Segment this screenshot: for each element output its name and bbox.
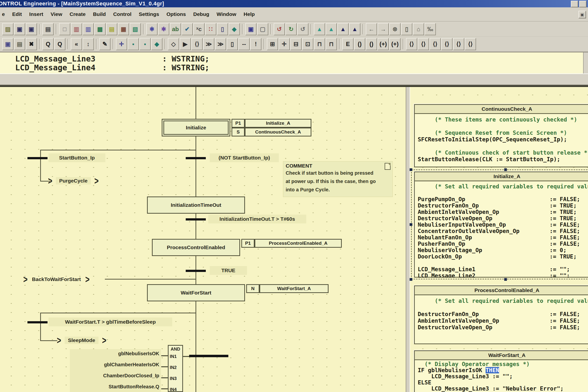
window-maximize-button[interactable] bbox=[579, 1, 586, 7]
cross-reference-icon[interactable]: ˣc bbox=[193, 23, 204, 35]
transition-condition[interactable]: StartButton_Ip bbox=[48, 153, 105, 162]
grid-icon[interactable]: ∷ bbox=[205, 23, 216, 35]
insert-step-icon[interactable]: ✛ bbox=[116, 38, 127, 50]
transition-sleep[interactable] bbox=[28, 321, 48, 324]
sfc-step-timeout[interactable]: InitializationTimeOut bbox=[147, 196, 245, 214]
horizontal-splitter[interactable] bbox=[0, 74, 588, 87]
menu-item-e[interactable]: e bbox=[2, 11, 5, 17]
menu-item-debug[interactable]: Debug bbox=[193, 11, 209, 17]
selection-handle[interactable] bbox=[410, 168, 412, 171]
and-input-signal[interactable]: gblNebuliserIsOK bbox=[71, 351, 159, 356]
sfc-initial-step[interactable]: Initialize bbox=[162, 119, 230, 136]
insert-transition-icon[interactable]: ▪ bbox=[128, 38, 139, 50]
transition-timeout[interactable] bbox=[186, 218, 206, 220]
pou-blue-icon[interactable]: ▥ bbox=[82, 23, 94, 35]
declaration-row[interactable]: LCD_Message_Line4: WSTRING; bbox=[15, 63, 588, 72]
back-icon[interactable]: ← bbox=[366, 23, 377, 35]
paste-icon[interactable]: ▤ bbox=[14, 38, 25, 50]
comment-box[interactable]: COMMENT Check if start button is being p… bbox=[283, 161, 393, 197]
action-block-ContinuousCheck_A[interactable]: ContinuousCheck_A (* These items are con… bbox=[414, 104, 588, 167]
branch-left-icon[interactable]: ⟨⟩ bbox=[406, 38, 417, 50]
pou-teal-icon[interactable]: ▧ bbox=[130, 23, 141, 35]
insert-action-icon[interactable]: ▪ bbox=[140, 38, 151, 50]
jump-purgecycle[interactable]: > PurgeCycle > bbox=[48, 176, 99, 186]
save-icon[interactable]: ▣ bbox=[14, 23, 25, 35]
new-document-icon[interactable]: □ bbox=[59, 23, 70, 35]
selection-handle[interactable] bbox=[504, 278, 507, 281]
action-block-WaitForStart_A[interactable]: WaitForStart_A (* Display Operator messa… bbox=[414, 350, 588, 392]
menu-item-settings[interactable]: Settings bbox=[139, 11, 159, 17]
sfc-step-icon[interactable]: ⊞ bbox=[267, 38, 278, 50]
expand-vertical-icon[interactable]: ↕ bbox=[82, 38, 94, 50]
branch-del-icon[interactable]: ⟨⟩ bbox=[441, 38, 452, 50]
breakpoint-icon[interactable]: ! bbox=[250, 38, 262, 50]
menu-item-view[interactable]: View bbox=[51, 11, 62, 17]
percent-icon[interactable]: ‰ bbox=[424, 23, 436, 35]
action-association[interactable]: WaitForStart_A bbox=[260, 284, 328, 293]
vertical-splitter[interactable] bbox=[406, 87, 410, 392]
and-function-block[interactable]: AND IN1IN2IN3IN4 bbox=[168, 345, 183, 392]
branch-right-icon[interactable]: ⟨⟩ bbox=[418, 38, 429, 50]
refresh-green-icon[interactable]: ↻ bbox=[286, 23, 297, 35]
jump-sleepmode[interactable]: > SleepMode > bbox=[57, 335, 106, 346]
pou-red-icon[interactable]: ▥ bbox=[71, 23, 82, 35]
home-icon[interactable]: ⌂ bbox=[413, 23, 424, 35]
pou-yellow-icon[interactable]: ▤ bbox=[106, 23, 117, 35]
menu-item-insert[interactable]: Insert bbox=[29, 11, 43, 17]
frame-icon[interactable]: ▢ bbox=[257, 23, 268, 35]
forward-icon[interactable]: → bbox=[378, 23, 389, 35]
refresh-red-icon[interactable]: ↺ bbox=[274, 23, 285, 35]
transition-condition[interactable]: WaitForStart.T > gblTimeBeforeSleep bbox=[48, 318, 172, 326]
branch-up-icon[interactable]: ⟨⟩ bbox=[453, 38, 464, 50]
transition-condition[interactable]: (NOT StartButton_Ip) bbox=[210, 153, 279, 162]
zoom-in-icon[interactable]: Q bbox=[42, 38, 54, 50]
action-block-Initialize_A[interactable]: Initialize_A (* Set all required variabl… bbox=[414, 172, 588, 278]
check-icon[interactable]: ✔ bbox=[182, 23, 193, 35]
menu-item-build[interactable]: Build bbox=[93, 11, 106, 17]
delete-icon[interactable]: ✖ bbox=[26, 38, 37, 50]
diamond-icon[interactable]: ◆ bbox=[228, 23, 240, 35]
variable-declarations-pane[interactable]: LCD_Message_Line3: WSTRING;LCD_Message_L… bbox=[0, 52, 588, 74]
alt-convergence-icon[interactable]: () bbox=[366, 38, 377, 50]
refresh-gray-icon[interactable]: ↺ bbox=[297, 23, 308, 35]
users-navy-icon[interactable]: ▲ bbox=[337, 23, 349, 35]
user-teal-icon[interactable]: ▲ bbox=[314, 23, 325, 35]
menu-item-create[interactable]: Create bbox=[70, 11, 86, 17]
action-association[interactable]: ProcessControlEnabled_A bbox=[254, 239, 342, 248]
action-qualifier[interactable]: S bbox=[232, 128, 245, 136]
insert-branch-icon[interactable]: ◆ bbox=[151, 38, 162, 50]
par-convergence-icon[interactable]: (+) bbox=[389, 38, 400, 50]
monitor-icon[interactable]: ▣ bbox=[245, 23, 256, 35]
step-over-icon[interactable]: ≫ bbox=[203, 38, 214, 50]
transition-and-output[interactable] bbox=[189, 355, 228, 357]
action-association[interactable]: ContinuousCheck_A bbox=[245, 128, 312, 136]
par-divergence-icon[interactable]: (+) bbox=[378, 38, 389, 50]
sfc-jump-icon[interactable]: ⊡ bbox=[302, 38, 313, 50]
dash-icon[interactable]: -- bbox=[238, 38, 250, 50]
rebuild-icon[interactable]: ✱ bbox=[158, 23, 169, 35]
action-block-ProcessControlEnabled_A[interactable]: ProcessControlEnabled_A (* Set all requi… bbox=[414, 286, 588, 344]
pou-green-icon[interactable]: ▩ bbox=[94, 23, 106, 35]
declaration-row[interactable]: LCD_Message_Line3: WSTRING; bbox=[15, 54, 588, 63]
selection-handle[interactable] bbox=[410, 223, 412, 226]
user-teal2-icon[interactable]: ▲ bbox=[326, 23, 337, 35]
sfc-macro2-icon[interactable]: ⊓ bbox=[326, 38, 337, 50]
document2-icon[interactable]: ▯ bbox=[226, 38, 238, 50]
run-icon[interactable]: ▶ bbox=[180, 38, 191, 50]
selection-handle[interactable] bbox=[410, 278, 412, 281]
sfc-editor-canvas[interactable]: Initialize P1 Initialize_A S ContinuousC… bbox=[0, 87, 588, 392]
copy-icon[interactable]: ▣ bbox=[2, 38, 14, 50]
sfc-macro-icon[interactable]: ⊓ bbox=[314, 38, 325, 50]
menu-item-control[interactable]: Control bbox=[113, 11, 132, 17]
transition-true[interactable] bbox=[186, 270, 206, 272]
user-navy-icon[interactable]: ▲ bbox=[349, 23, 360, 35]
sfc-step-processcontrol[interactable]: ProcessControlEnabled bbox=[152, 239, 240, 256]
edit-pencil-icon[interactable]: ✎ bbox=[99, 38, 110, 50]
selection-handle[interactable] bbox=[504, 168, 507, 171]
rename-icon[interactable]: ab bbox=[170, 23, 181, 35]
action-qualifier[interactable]: P1 bbox=[241, 239, 254, 248]
mark-icon[interactable]: ◇ bbox=[168, 38, 179, 50]
sfc-action-icon[interactable]: ⊟ bbox=[290, 38, 302, 50]
save-all-icon[interactable]: ▣ bbox=[26, 23, 37, 35]
declarations-scrollbar[interactable] bbox=[583, 52, 588, 74]
